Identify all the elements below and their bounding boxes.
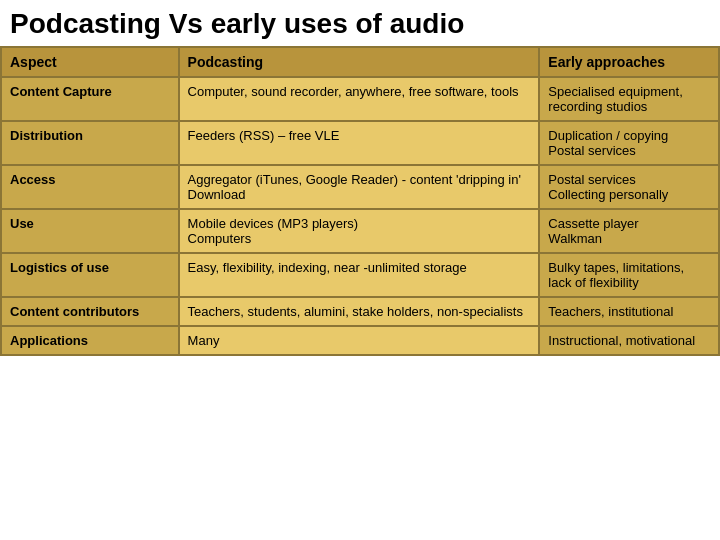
row-aspect-3: Use bbox=[1, 209, 179, 253]
row-podcasting-2: Aggregator (iTunes, Google Reader) - con… bbox=[179, 165, 540, 209]
row-aspect-0: Content Capture bbox=[1, 77, 179, 121]
row-podcasting-1: Feeders (RSS) – free VLE bbox=[179, 121, 540, 165]
row-early-3: Cassette player Walkman bbox=[539, 209, 719, 253]
page-title: Podcasting Vs early uses of audio bbox=[0, 0, 720, 46]
row-podcasting-5: Teachers, students, alumini, stake holde… bbox=[179, 297, 540, 326]
table-row: Content Capture Computer, sound recorder… bbox=[1, 77, 719, 121]
row-aspect-2: Access bbox=[1, 165, 179, 209]
row-podcasting-3: Mobile devices (MP3 players) Computers bbox=[179, 209, 540, 253]
row-podcasting-0: Computer, sound recorder, anywhere, free… bbox=[179, 77, 540, 121]
header-early: Early approaches bbox=[539, 47, 719, 77]
table-row: Applications Many Instructional, motivat… bbox=[1, 326, 719, 355]
table-row: Content contributors Teachers, students,… bbox=[1, 297, 719, 326]
header-podcasting: Podcasting bbox=[179, 47, 540, 77]
row-early-5: Teachers, institutional bbox=[539, 297, 719, 326]
row-aspect-4: Logistics of use bbox=[1, 253, 179, 297]
row-early-1: Duplication / copying Postal services bbox=[539, 121, 719, 165]
table-header-row: Aspect Podcasting Early approaches bbox=[1, 47, 719, 77]
row-aspect-1: Distribution bbox=[1, 121, 179, 165]
table-row: Logistics of use Easy, flexibility, inde… bbox=[1, 253, 719, 297]
row-podcasting-6: Many bbox=[179, 326, 540, 355]
table-row: Distribution Feeders (RSS) – free VLE Du… bbox=[1, 121, 719, 165]
row-aspect-5: Content contributors bbox=[1, 297, 179, 326]
table-row: Access Aggregator (iTunes, Google Reader… bbox=[1, 165, 719, 209]
table-row: Use Mobile devices (MP3 players) Compute… bbox=[1, 209, 719, 253]
row-podcasting-4: Easy, flexibility, indexing, near -unlim… bbox=[179, 253, 540, 297]
row-early-2: Postal services Collecting personally bbox=[539, 165, 719, 209]
header-aspect: Aspect bbox=[1, 47, 179, 77]
comparison-table: Aspect Podcasting Early approaches Conte… bbox=[0, 46, 720, 356]
row-early-4: Bulky tapes, limitations, lack of flexib… bbox=[539, 253, 719, 297]
row-aspect-6: Applications bbox=[1, 326, 179, 355]
row-early-0: Specialised equipment, recording studios bbox=[539, 77, 719, 121]
row-early-6: Instructional, motivational bbox=[539, 326, 719, 355]
